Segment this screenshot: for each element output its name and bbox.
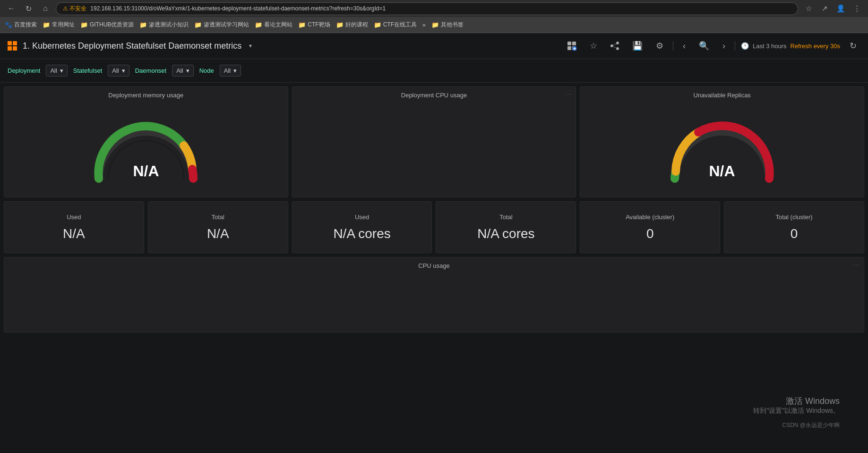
chevron-down-icon: ▾ — [122, 67, 125, 74]
add-panel-button[interactable] — [563, 38, 580, 53]
dashboard-title: 1. Kubernetes Deployment Statefulset Dae… — [23, 41, 241, 51]
menu-button[interactable]: ⋮ — [850, 2, 863, 15]
node-select[interactable]: All ▾ — [220, 65, 241, 77]
bookmark-label: GITHUB优质资源 — [90, 21, 134, 29]
logo-cell — [8, 41, 12, 45]
logo-cell — [8, 46, 12, 51]
stat-label: Total — [499, 214, 512, 221]
available-cluster-panel: Available (cluster) 0 — [580, 201, 720, 253]
deployment-select[interactable]: All ▾ — [46, 65, 67, 77]
statefulset-value: All — [112, 67, 119, 74]
toolbar-separator — [673, 41, 673, 51]
address-bar[interactable]: ⚠ 不安全 192.168.136.15:31000/d/oWe9aYxmk/1… — [56, 2, 798, 15]
bookmark-label: 常用网址 — [52, 21, 75, 29]
svg-rect-0 — [567, 42, 571, 45]
bookmark-star-button[interactable]: ☆ — [802, 2, 815, 15]
dashboard-settings-button[interactable]: ⚙ — [652, 38, 667, 54]
cycle-view-right-button[interactable]: › — [719, 38, 729, 54]
stat-value: 0 — [646, 226, 654, 241]
bookmark-icon: 📁 — [43, 21, 50, 28]
bookmark-more[interactable]: » — [422, 22, 426, 28]
logo-grid-icon — [8, 41, 17, 51]
statefulset-label: Statefulset — [73, 67, 102, 74]
gauge-container: N/A — [4, 99, 288, 197]
stat-label: Total (cluster) — [776, 214, 813, 221]
chevron-down-icon: ▾ — [60, 67, 63, 74]
bookmark-other[interactable]: 📁 其他书签 — [431, 21, 464, 29]
node-label: Node — [199, 67, 214, 74]
stat-value: N/A — [63, 226, 85, 241]
stat-value: N/A — [207, 226, 229, 241]
stat-value: N/A cores — [333, 226, 390, 241]
security-icon: ⚠ 不安全 — [63, 5, 86, 13]
bookmark-courses[interactable]: 📁 好的课程 — [336, 21, 368, 29]
refresh-interval-label: Refresh every 30s — [791, 43, 841, 50]
bookmark-more-label: » — [422, 22, 426, 28]
node-value: All — [224, 67, 231, 74]
bookmark-icon: 📁 — [298, 21, 306, 28]
activate-windows-subtitle: 转到"设置"以激活 Windows。 — [753, 407, 840, 415]
bookmark-ctf[interactable]: 📁 CTF靶场 — [298, 21, 330, 29]
share-dashboard-button[interactable] — [607, 39, 623, 53]
bookmark-pentest-learn[interactable]: 📁 渗透测试学习网站 — [194, 21, 249, 29]
used-memory-panel: Used N/A — [4, 201, 144, 253]
cycle-view-button[interactable]: ‹ — [679, 38, 689, 54]
address-text: 192.168.136.15:31000/d/oWe9aYxmk/1-kuber… — [90, 5, 386, 12]
svg-text:N/A: N/A — [709, 162, 735, 179]
bookmark-label: 看论文网站 — [264, 21, 292, 29]
panel-title: Deployment memory usage — [103, 87, 188, 99]
profile-button[interactable]: 👤 — [834, 2, 847, 15]
bookmark-icon: 📁 — [194, 21, 202, 28]
stat-value: N/A cores — [477, 226, 534, 241]
daemonset-select[interactable]: All ▾ — [172, 65, 193, 77]
bookmarks-bar: 🐾 百度搜索 📁 常用网址 📁 GITHUB优质资源 📁 渗透测试小知识 📁 渗… — [0, 17, 868, 33]
bookmark-github[interactable]: 📁 GITHUB优质资源 — [80, 21, 134, 29]
zoom-out-button[interactable]: 🔍 — [695, 38, 713, 54]
total-cluster-panel: Total (cluster) 0 — [724, 201, 864, 253]
back-button[interactable]: ← — [5, 2, 18, 15]
stat-label: Used — [67, 214, 81, 221]
stat-label: Total — [212, 214, 224, 221]
activate-windows-title: 激活 Windows — [753, 395, 840, 407]
time-range-display[interactable]: 🕐 Last 3 hours Refresh every 30s — [741, 42, 840, 50]
bookmark-common[interactable]: 📁 常用网址 — [43, 21, 75, 29]
daemonset-label: Daemonset — [135, 67, 166, 74]
chevron-down-icon: ▾ — [186, 67, 189, 74]
loading-indicator: ⋯ — [853, 261, 860, 269]
daemonset-value: All — [176, 67, 183, 74]
windows-activation-notice: 激活 Windows 转到"设置"以激活 Windows。 — [753, 395, 840, 415]
gauge-container: N/A — [580, 99, 864, 197]
home-button[interactable]: ⌂ — [39, 2, 52, 15]
share-button[interactable]: ↗ — [818, 2, 831, 15]
bookmark-icon: 📁 — [255, 21, 262, 28]
browser-chrome: ← ↻ ⌂ ⚠ 不安全 192.168.136.15:31000/d/oWe9a… — [0, 0, 868, 33]
browser-actions: ☆ ↗ 👤 ⋮ — [802, 2, 863, 15]
loading-indicator: ⋯ — [565, 91, 572, 98]
bookmark-label: CTF在线工具 — [383, 21, 417, 29]
deployment-value: All — [50, 67, 57, 74]
stat-value: 0 — [791, 226, 798, 241]
logo-cell — [13, 46, 17, 51]
bookmark-icon: 📁 — [336, 21, 344, 28]
bookmark-label: CTF靶场 — [308, 21, 330, 29]
bookmark-baidu[interactable]: 🐾 百度搜索 — [5, 21, 37, 29]
refresh-button[interactable]: ↻ — [846, 38, 860, 54]
cpu-panel-title: CPU usage — [4, 257, 864, 274]
deployment-memory-panel: Deployment memory usage N — [4, 86, 288, 197]
bookmark-papers[interactable]: 📁 看论文网站 — [255, 21, 292, 29]
statefulset-select[interactable]: All ▾ — [108, 65, 129, 77]
time-range-label: Last 3 hours — [753, 43, 787, 50]
bookmark-label: 百度搜索 — [14, 21, 37, 29]
bookmark-label: 其他书签 — [441, 21, 464, 29]
chevron-down-icon: ▾ — [249, 43, 252, 49]
reload-button[interactable]: ↻ — [22, 2, 35, 15]
save-dashboard-button[interactable]: 💾 — [628, 38, 646, 54]
bookmark-label: 渗透测试学习网站 — [204, 21, 249, 29]
bookmark-pentest-tips[interactable]: 📁 渗透测试小知识 — [139, 21, 189, 29]
app-logo — [8, 41, 17, 51]
bookmark-ctf-tools[interactable]: 📁 CTF在线工具 — [374, 21, 417, 29]
browser-titlebar: ← ↻ ⌂ ⚠ 不安全 192.168.136.15:31000/d/oWe9a… — [0, 0, 868, 17]
chevron-down-icon: ▾ — [233, 67, 237, 74]
star-button[interactable]: ☆ — [586, 38, 601, 54]
filters-row: Deployment All ▾ Statefulset All ▾ Daemo… — [0, 59, 868, 83]
